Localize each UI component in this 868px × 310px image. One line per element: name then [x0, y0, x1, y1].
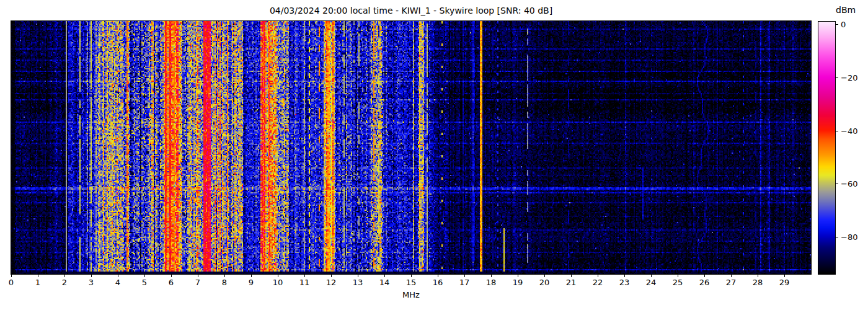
x-tick-label: 0 [9, 278, 14, 287]
x-tick [758, 275, 758, 277]
colorbar-tick-label: −20 [841, 73, 857, 82]
x-tick [624, 275, 625, 277]
x-tick [118, 275, 118, 277]
x-tick [731, 275, 732, 277]
x-tick-label: 18 [486, 278, 497, 287]
colorbar-label: dBm [836, 5, 856, 15]
x-tick-label: 3 [89, 278, 94, 287]
x-tick-label: 24 [646, 278, 657, 287]
x-tick-label: 29 [779, 278, 790, 287]
colorbar-tick [836, 24, 838, 25]
x-tick [304, 275, 305, 277]
colorbar-tick [836, 237, 838, 237]
x-tick [571, 275, 572, 277]
x-tick [331, 275, 332, 277]
colorbar-tick-label: 0 [841, 20, 846, 29]
x-tick [384, 275, 385, 277]
colorbar-tick-label: −80 [841, 232, 857, 242]
colorbar-tick [836, 184, 838, 184]
colorbar-tick-label: −60 [841, 179, 857, 188]
x-tick-label: 16 [433, 278, 443, 287]
spectrogram-figure: 04/03/2024 20:00 local time - KIWI_1 - S… [0, 0, 868, 310]
x-tick-label: 11 [299, 278, 310, 287]
x-tick [91, 275, 92, 277]
x-axis-label: MHz [11, 290, 811, 299]
x-tick [11, 275, 12, 277]
x-tick-label: 19 [513, 278, 523, 287]
x-tick [224, 275, 225, 277]
colorbar-gradient [818, 22, 835, 274]
x-tick [64, 275, 65, 277]
x-tick [651, 275, 652, 277]
x-tick [38, 275, 38, 277]
x-tick-label: 8 [222, 278, 227, 287]
x-tick-label: 1 [35, 278, 40, 287]
x-tick-label: 5 [142, 278, 147, 287]
x-tick-label: 27 [726, 278, 737, 287]
x-tick [358, 275, 358, 277]
x-tick-label: 4 [115, 278, 120, 287]
x-tick-label: 21 [566, 278, 577, 287]
x-tick-label: 2 [62, 278, 67, 287]
x-tick [491, 275, 492, 277]
x-tick-label: 23 [619, 278, 630, 287]
x-tick [144, 275, 145, 277]
x-tick-label: 10 [273, 278, 283, 287]
x-tick [411, 275, 412, 277]
x-tick [464, 275, 465, 277]
x-tick-label: 14 [379, 278, 390, 287]
x-tick-label: 13 [353, 278, 363, 287]
x-tick [544, 275, 545, 277]
waterfall-heatmap [11, 21, 811, 274]
x-tick-label: 22 [593, 278, 603, 287]
x-tick-label: 20 [539, 278, 550, 287]
x-tick [704, 275, 705, 277]
x-tick [171, 275, 172, 277]
x-tick-label: 17 [459, 278, 470, 287]
x-tick-label: 26 [699, 278, 710, 287]
x-tick [598, 275, 598, 277]
x-tick-label: 12 [326, 278, 337, 287]
x-tick [678, 275, 678, 277]
x-tick [278, 275, 278, 277]
colorbar-tick [836, 131, 838, 131]
x-tick-label: 25 [673, 278, 683, 287]
x-tick [518, 275, 518, 277]
x-tick [198, 275, 198, 277]
x-tick [438, 275, 438, 277]
x-tick-label: 28 [753, 278, 763, 287]
plot-title: 04/03/2024 20:00 local time - KIWI_1 - S… [11, 6, 811, 16]
x-tick [251, 275, 252, 277]
x-tick-label: 6 [169, 278, 174, 287]
x-tick-label: 7 [195, 278, 200, 287]
x-tick [784, 275, 785, 277]
colorbar-tick [836, 78, 838, 78]
x-tick-label: 9 [249, 278, 254, 287]
colorbar-tick-label: −40 [841, 126, 857, 135]
x-tick-label: 15 [406, 278, 417, 287]
